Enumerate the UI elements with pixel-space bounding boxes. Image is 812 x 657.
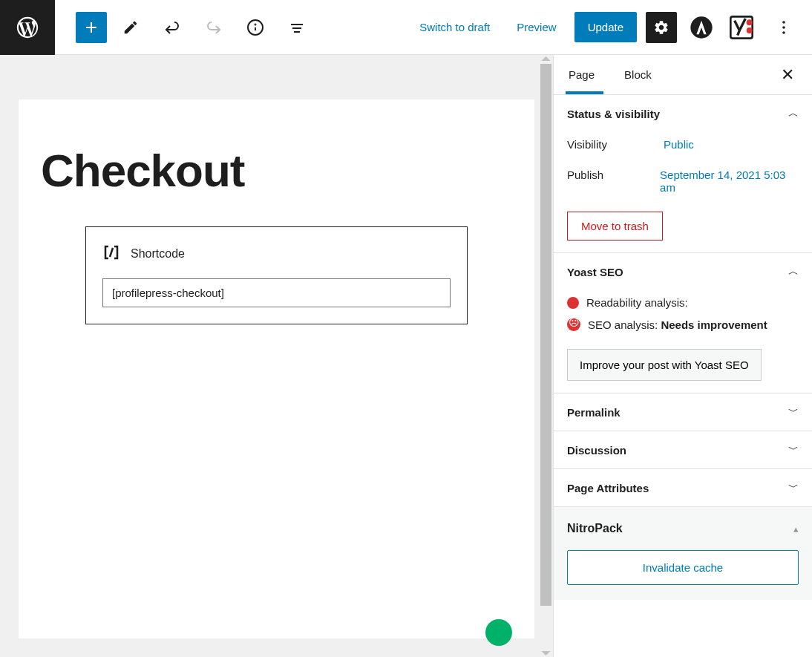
svg-point-11 — [747, 27, 753, 33]
list-view-icon[interactable] — [279, 10, 315, 45]
chevron-down-icon: ﹀ — [788, 481, 799, 494]
publish-value[interactable]: September 14, 2021 5:03 am — [660, 169, 799, 194]
chevron-down-icon: ﹀ — [788, 443, 799, 457]
editor-scrollbar[interactable] — [540, 55, 553, 657]
panel-discussion-title: Discussion — [567, 444, 626, 457]
svg-point-12 — [782, 21, 785, 24]
page-title[interactable]: Checkout — [41, 144, 512, 197]
preview-button[interactable]: Preview — [508, 15, 565, 39]
panel-attributes-header[interactable]: Page Attributes ﹀ — [567, 481, 799, 494]
redo-icon[interactable] — [196, 10, 232, 45]
collapse-up-icon: ▴ — [793, 523, 799, 535]
panel-nitropack: NitroPack ▴ Invalidate cache — [554, 507, 812, 600]
panel-status-visibility: Status & visibility ︿ Visibility Public … — [554, 95, 812, 253]
switch-to-draft-button[interactable]: Switch to draft — [410, 15, 499, 39]
panel-permalink-title: Permalink — [567, 406, 621, 419]
seo-analysis-status: Needs improvement — [661, 318, 767, 331]
edit-icon[interactable] — [113, 10, 148, 45]
tab-block[interactable]: Block — [621, 55, 661, 94]
invalidate-cache-button[interactable]: Invalidate cache — [567, 550, 799, 585]
readability-indicator-icon — [567, 297, 579, 309]
plugin-a-icon[interactable] — [686, 12, 717, 43]
seo-indicator-icon — [567, 318, 580, 331]
panel-status-title: Status & visibility — [567, 108, 660, 120]
shortcode-icon — [102, 243, 120, 264]
editor-canvas[interactable]: Checkout Shortcode — [19, 99, 534, 638]
info-icon[interactable] — [238, 10, 273, 45]
seo-analysis-row: SEO analysis: Needs improvement — [588, 318, 767, 331]
wordpress-logo[interactable] — [0, 0, 55, 55]
panel-nitropack-header[interactable]: NitroPack ▴ — [567, 522, 799, 535]
shortcode-block[interactable]: Shortcode — [85, 226, 468, 324]
more-options-icon[interactable] — [766, 10, 802, 45]
panel-permalink: Permalink ﹀ — [554, 393, 812, 431]
panel-attributes-title: Page Attributes — [567, 482, 649, 494]
move-to-trash-button[interactable]: Move to trash — [567, 212, 663, 241]
svg-line-15 — [110, 248, 113, 257]
chevron-up-icon: ︿ — [788, 265, 799, 278]
chevron-down-icon: ﹀ — [788, 405, 799, 419]
chevron-up-icon: ︿ — [788, 107, 799, 120]
top-toolbar: Switch to draft Preview Update — [0, 0, 812, 55]
svg-point-4 — [255, 24, 256, 24]
publish-label: Publish — [567, 169, 660, 194]
settings-button[interactable] — [646, 12, 677, 43]
update-button[interactable]: Update — [574, 12, 637, 42]
undo-icon[interactable] — [154, 10, 190, 45]
shortcode-input[interactable] — [102, 278, 451, 307]
panel-discussion-header[interactable]: Discussion ﹀ — [567, 443, 799, 457]
svg-point-13 — [782, 26, 785, 29]
visibility-value[interactable]: Public — [664, 138, 694, 151]
shortcode-label: Shortcode — [131, 247, 185, 261]
readability-label: Readability analysis: — [586, 296, 688, 309]
settings-sidebar: Page Block ✕ Status & visibility ︿ Visib… — [553, 55, 812, 657]
panel-permalink-header[interactable]: Permalink ﹀ — [567, 405, 799, 419]
visibility-label: Visibility — [567, 138, 664, 151]
svg-point-10 — [747, 19, 753, 25]
editor-area: Checkout Shortcode — [0, 55, 553, 657]
seo-analysis-label: SEO analysis: — [588, 318, 661, 331]
panel-yoast-title: Yoast SEO — [567, 266, 623, 278]
tab-page[interactable]: Page — [566, 55, 603, 94]
panel-yoast: Yoast SEO ︿ Readability analysis: SEO an… — [554, 253, 812, 393]
panel-attributes: Page Attributes ﹀ — [554, 469, 812, 507]
panel-yoast-header[interactable]: Yoast SEO ︿ — [567, 265, 799, 278]
improve-yoast-button[interactable]: Improve your post with Yoast SEO — [567, 349, 762, 381]
panel-status-header[interactable]: Status & visibility ︿ — [567, 107, 799, 120]
svg-point-14 — [782, 31, 785, 34]
add-block-button[interactable] — [76, 12, 107, 43]
yoast-icon[interactable] — [726, 12, 757, 43]
panel-discussion: Discussion ﹀ — [554, 431, 812, 469]
floating-badge[interactable] — [485, 619, 512, 646]
panel-nitropack-title: NitroPack — [567, 522, 623, 535]
close-sidebar-icon[interactable]: ✕ — [775, 59, 800, 91]
